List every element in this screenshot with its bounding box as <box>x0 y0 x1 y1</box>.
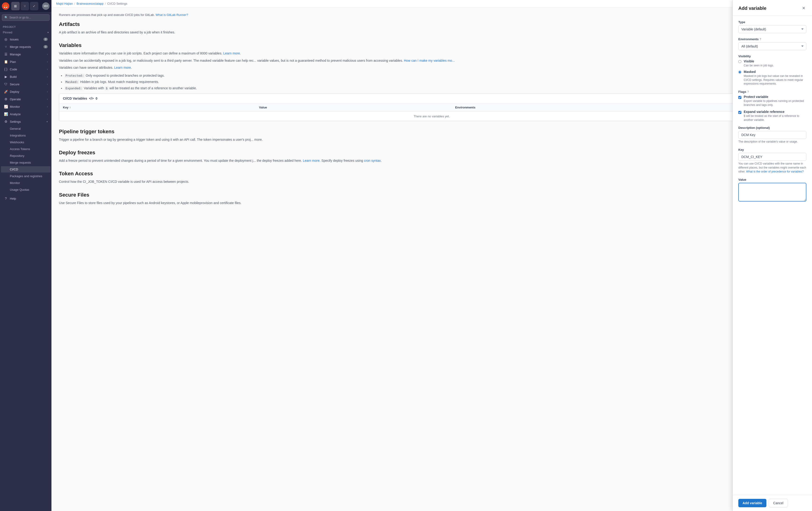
variables-learn-more-link2[interactable]: Learn more. <box>114 66 132 69</box>
description-input[interactable] <box>738 131 806 139</box>
token-access-title: Token Access <box>59 171 805 177</box>
settings-chevron-icon: ▾ <box>47 120 48 123</box>
analyze-chevron-icon: › <box>47 113 48 116</box>
sidebar-item-repository[interactable]: Repository <box>1 153 51 159</box>
visibility-masked-label: Masked <box>744 70 806 73</box>
sidebar-item-monitor[interactable]: 📈 Monitor › <box>1 103 51 110</box>
sidebar-icon-group: ⊞ ⑂ ✓ <box>11 2 40 10</box>
sidebar-item-secure[interactable]: 🛡 Secure › <box>1 81 51 88</box>
build-chevron-icon: › <box>47 76 48 78</box>
variables-desc1: Variables store information that you can… <box>59 51 805 56</box>
merge-requests-label: Merge requests <box>10 45 31 49</box>
operate-label: Operate <box>10 97 21 101</box>
deploy-icon: 🚀 <box>4 90 8 93</box>
environments-help-icon[interactable]: ? <box>760 38 761 41</box>
sidebar-item-monitor-sub[interactable]: Monitor <box>1 180 51 186</box>
visibility-masked-radio[interactable] <box>738 70 742 73</box>
pipeline-trigger-section: Pipeline trigger tokens Trigger a pipeli… <box>59 128 805 142</box>
sidebar-item-merge-requests-sub[interactable]: Merge requests <box>1 159 51 166</box>
visibility-visible-label: Visible <box>744 59 774 63</box>
todo-icon-button[interactable]: ✓ <box>30 2 38 10</box>
panel-header: Add variable ✕ <box>733 0 812 16</box>
environments-label: Environments ? <box>738 37 806 41</box>
merge-requests-icon: ⑂ <box>4 45 8 49</box>
sidebar-item-help[interactable]: ? Help <box>1 195 51 202</box>
variables-learn-more-link[interactable]: Learn more. <box>223 52 241 55</box>
search-placeholder: Search or go to... <box>9 16 31 19</box>
var-list-item-masked: Masked: Hidden in job logs. Must match m… <box>64 80 805 84</box>
home-icon-button[interactable]: ⊞ <box>11 2 20 10</box>
sidebar-item-operate[interactable]: ⚙ Operate › <box>1 96 51 102</box>
sidebar-item-general[interactable]: General <box>1 125 51 132</box>
search-bar[interactable]: 🔍 Search or go to... <box>2 14 50 21</box>
deploy-freezes-section: Deploy freezes Add a freeze period to pr… <box>59 150 805 163</box>
avatar[interactable]: MH <box>42 2 50 10</box>
sidebar-item-code[interactable]: { } Code › <box>1 66 51 73</box>
expand-variable-label: Expand variable reference <box>744 110 806 114</box>
pinned-chevron-icon: ▾ <box>48 31 49 34</box>
var-list-item-protected: Protected: Only exposed to protected bra… <box>64 73 805 78</box>
breadcrumb: Majid Hajian / Brainwavesocialapp / CI/C… <box>52 0 812 7</box>
variables-desc3: Variables can have several attributes. L… <box>59 65 805 70</box>
breadcrumb-sep-2: / <box>105 2 106 5</box>
cicd-variables-title: CI/CD Variables <box>63 96 87 100</box>
sidebar-item-deploy[interactable]: 🚀 Deploy › <box>1 88 51 95</box>
analyze-icon: 📊 <box>4 112 8 116</box>
merge-requests-badge: 0 <box>44 45 48 49</box>
variables-desc2: Variables can be accidentally exposed in… <box>59 58 805 63</box>
sidebar-item-access-tokens[interactable]: Access Tokens <box>1 146 51 152</box>
secure-files-desc: Use Secure Files to store files used by … <box>59 200 805 206</box>
panel-footer: Add variable Cancel <box>733 495 812 511</box>
sidebar-item-cicd[interactable]: CI/CD <box>1 166 51 173</box>
deploy-freezes-learn-more-link[interactable]: Learn more. <box>303 159 320 162</box>
add-variable-button[interactable]: Add variable <box>738 499 766 507</box>
flags-help-icon[interactable]: ? <box>747 90 749 93</box>
sidebar-item-analyze[interactable]: 📊 Analyze › <box>1 111 51 118</box>
protect-variable-checkbox[interactable] <box>738 96 742 99</box>
sidebar-item-merge-requests[interactable]: ⑂ Merge requests 0 <box>1 43 51 50</box>
cicd-variables-table: Key ↑ Value Environments There are no va… <box>59 103 804 121</box>
sidebar-item-plan[interactable]: 📋 Plan › <box>1 58 51 65</box>
type-label: Type <box>738 20 806 24</box>
sidebar-item-build[interactable]: ▶ Build › <box>1 73 51 80</box>
runner-link[interactable]: What is GitLab Runner? <box>155 13 188 17</box>
sidebar-item-usage-quotas[interactable]: Usage Quotas <box>1 186 51 193</box>
empty-message: There are no variables yet. <box>59 112 804 121</box>
table-header-key[interactable]: Key ↑ <box>59 103 255 112</box>
sidebar-item-manage[interactable]: ☰ Manage › <box>1 51 51 58</box>
panel-close-button[interactable]: ✕ <box>801 5 806 12</box>
variables-title: Variables <box>59 42 805 49</box>
merge-icon-button[interactable]: ⑂ <box>21 2 29 10</box>
environments-select[interactable]: All (default) <box>738 42 806 50</box>
key-input[interactable] <box>738 153 806 161</box>
description-field-group: Description (optional) The description o… <box>738 126 806 144</box>
cicd-variables-header: CI/CD Variables </> 0 <box>59 94 804 103</box>
value-textarea[interactable] <box>738 183 806 202</box>
visibility-visible-radio[interactable] <box>738 60 742 63</box>
var-list-item-expanded: Expanded: Variables with $ will be treat… <box>64 86 805 91</box>
sidebar: 🦊 ⊞ ⑂ ✓ MH 🔍 Search or go to... Project … <box>0 0 52 511</box>
add-variable-panel: Add variable ✕ Type Variable (default) F… <box>732 0 812 511</box>
sidebar-item-packages-registries[interactable]: Packages and registries <box>1 173 51 179</box>
help-icon: ? <box>4 197 8 200</box>
key-precedence-link[interactable]: What is the order of precedence for vari… <box>746 170 804 173</box>
code-icon: { } <box>4 67 8 71</box>
pinned-label: Pinned <box>3 31 12 34</box>
sidebar-item-settings[interactable]: ⚙ Settings ▾ <box>1 118 51 125</box>
monitor-icon: 📈 <box>4 105 8 109</box>
variables-list: Protected: Only exposed to protected bra… <box>64 73 805 91</box>
cron-syntax-link[interactable]: cron syntax <box>364 159 381 162</box>
type-select[interactable]: Variable (default) File <box>738 25 806 33</box>
panel-title: Add variable <box>738 6 766 11</box>
breadcrumb-project[interactable]: Brainwavesocialapp <box>77 2 104 5</box>
sidebar-item-integrations[interactable]: Integrations <box>1 132 51 139</box>
flags-field-group: Flags ? Protect variable Export variable… <box>738 90 806 122</box>
expand-variable-checkbox[interactable] <box>738 111 742 114</box>
variables-how-link[interactable]: How can I make my variables mo... <box>404 59 455 62</box>
sidebar-item-issues[interactable]: ◎ Issues 0 <box>1 36 51 43</box>
sidebar-top: 🦊 ⊞ ⑂ ✓ MH <box>0 0 52 12</box>
breadcrumb-user[interactable]: Majid Hajian <box>56 2 73 5</box>
operate-icon: ⚙ <box>4 97 8 101</box>
sidebar-item-webhooks[interactable]: Webhooks <box>1 139 51 145</box>
cancel-button[interactable]: Cancel <box>769 499 788 507</box>
